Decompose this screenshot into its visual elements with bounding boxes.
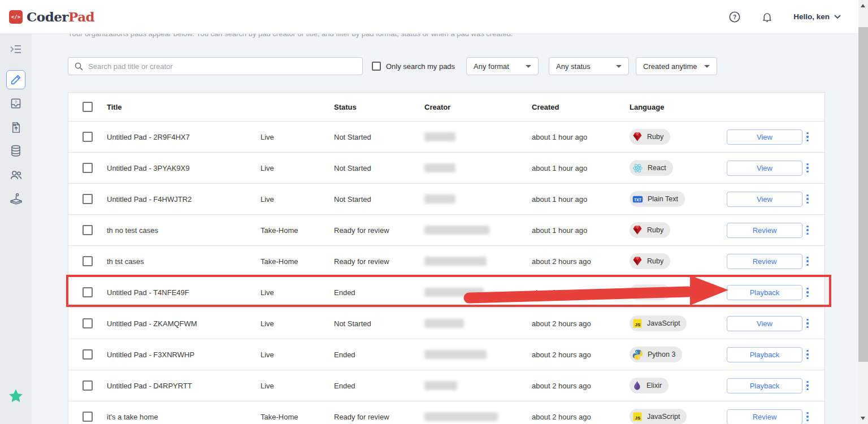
pencil-icon[interactable]	[6, 70, 25, 89]
select-all-checkbox[interactable]	[83, 102, 93, 112]
language-badge: Python 3	[630, 347, 682, 362]
row-action-button[interactable]: View	[727, 316, 802, 331]
pad-status: Ended	[334, 288, 424, 297]
table-row: Untitled Pad - D4RPYRTT Live Ended about…	[68, 370, 824, 401]
table-row: Untitled Pad - T4NFE49F Live Ended about…	[68, 276, 824, 308]
row-checkbox[interactable]	[83, 412, 93, 422]
language-badge: TXTPlain Text	[630, 191, 685, 207]
language-label: Elixir	[646, 382, 662, 390]
language-label: Ruby	[647, 257, 663, 265]
svg-text:TXT: TXT	[634, 197, 641, 201]
row-action-button[interactable]: Review	[727, 223, 802, 238]
row-action-button[interactable]: Playback	[727, 347, 802, 362]
coderpad-logo[interactable]: </> CoderPad	[9, 9, 94, 24]
kebab-menu-icon[interactable]	[802, 255, 813, 267]
language-badge: Ruby	[630, 222, 670, 238]
table-row: Untitled Pad - 3PYAK9X9 Live Not Started…	[68, 152, 824, 183]
pad-format: Live	[261, 382, 334, 390]
pad-format: Live	[261, 133, 334, 141]
star-icon[interactable]	[7, 388, 24, 407]
caret-down-icon	[704, 65, 710, 68]
row-action-button[interactable]: View	[727, 161, 802, 176]
scroll-up-arrow-icon[interactable]	[861, 4, 865, 7]
sidebar-nav: ?	[0, 34, 32, 424]
row-checkbox[interactable]	[83, 380, 93, 391]
question-tray-icon[interactable]: ?	[6, 94, 25, 113]
notifications-bell-icon[interactable]	[761, 11, 773, 23]
row-action-button[interactable]: Playback	[727, 378, 802, 393]
creator-redacted	[424, 381, 457, 390]
kebab-menu-icon[interactable]	[802, 410, 813, 423]
row-action-button[interactable]: Playback	[727, 285, 802, 300]
help-icon[interactable]: ?	[728, 11, 741, 23]
svg-text:?: ?	[15, 99, 18, 105]
row-checkbox[interactable]	[83, 287, 93, 297]
status-filter-dropdown[interactable]: Any status	[549, 57, 629, 75]
table-row: Untitled Pad - F3XNRWHP Live Ended about…	[68, 339, 824, 370]
row-checkbox[interactable]	[83, 256, 93, 266]
search-input[interactable]	[88, 62, 357, 71]
language-label: Plain Text	[648, 195, 678, 203]
row-action-button[interactable]: View	[727, 129, 802, 145]
user-menu[interactable]: Hello, ken	[793, 12, 841, 21]
creator-redacted	[424, 288, 484, 297]
pad-created: about 1 hour ago	[532, 164, 630, 172]
people-icon[interactable]	[6, 165, 25, 184]
pad-format: Live	[261, 288, 334, 297]
only-my-pads-checkbox[interactable]: Only search my pads	[372, 62, 455, 71]
row-action-button[interactable]: View	[727, 192, 802, 207]
creator-redacted	[424, 226, 489, 235]
plaintext-icon: TXT	[632, 193, 644, 205]
kebab-menu-icon[interactable]	[802, 193, 813, 205]
pad-created: about 2 hours ago	[532, 288, 630, 297]
pad-title: th no test cases	[107, 226, 261, 235]
kebab-menu-icon[interactable]	[802, 224, 813, 236]
row-checkbox[interactable]	[83, 132, 93, 142]
row-checkbox[interactable]	[83, 318, 93, 328]
row-checkbox[interactable]	[83, 225, 93, 235]
filter-bar: Only search my pads Any format Any statu…	[68, 57, 717, 75]
row-checkbox[interactable]	[83, 163, 93, 173]
kebab-menu-icon[interactable]	[802, 379, 813, 392]
kebab-menu-icon[interactable]	[802, 317, 813, 330]
row-checkbox[interactable]	[83, 194, 93, 204]
format-filter-dropdown[interactable]: Any format	[466, 57, 539, 75]
kebab-menu-icon[interactable]	[802, 348, 813, 361]
column-header-created: Created	[532, 103, 630, 111]
scroll-down-arrow-icon[interactable]	[861, 417, 865, 420]
row-action-button[interactable]: Review	[727, 409, 802, 424]
row-checkbox[interactable]	[83, 349, 93, 360]
collapse-menu-icon[interactable]	[6, 40, 25, 59]
pads-table: Title Status Creator Created Language Un…	[68, 92, 825, 424]
kebab-menu-icon[interactable]	[802, 162, 813, 174]
ruby-icon	[632, 224, 643, 236]
created-filter-dropdown[interactable]: Created anytime	[636, 57, 717, 75]
pad-created: about 2 hours ago	[532, 257, 630, 266]
upload-doc-icon[interactable]	[6, 118, 25, 137]
language-badge: Ruby	[630, 253, 670, 269]
scrollbar-thumb[interactable]	[858, 27, 868, 362]
creator-redacted	[424, 194, 455, 204]
vertical-scrollbar[interactable]	[858, 0, 868, 424]
greeting-label: Hello, ken	[793, 12, 830, 21]
kebab-menu-icon[interactable]	[802, 286, 813, 298]
database-icon[interactable]	[6, 141, 25, 161]
svg-text:JS: JS	[635, 416, 641, 421]
pad-status: Ended	[334, 351, 424, 359]
language-label: JavaScript	[647, 319, 680, 327]
ruby-icon	[632, 131, 643, 142]
kebab-menu-icon[interactable]	[802, 131, 813, 143]
language-label: Python 3	[648, 351, 675, 358]
svg-text:?: ?	[733, 14, 736, 20]
pad-created: about 1 hour ago	[532, 226, 630, 235]
pad-title: it's a take home	[107, 413, 261, 421]
search-box	[68, 57, 363, 75]
creator-redacted	[424, 163, 455, 172]
pad-status: Ready for review	[334, 226, 424, 235]
pad-title: Untitled Pad - T4NFE49F	[107, 288, 261, 297]
row-action-button[interactable]: Review	[727, 254, 802, 269]
language-badge: Elixir	[630, 378, 669, 393]
creator-redacted	[424, 257, 487, 266]
joystick-icon[interactable]	[6, 189, 25, 208]
pad-status: Not Started	[334, 319, 424, 328]
